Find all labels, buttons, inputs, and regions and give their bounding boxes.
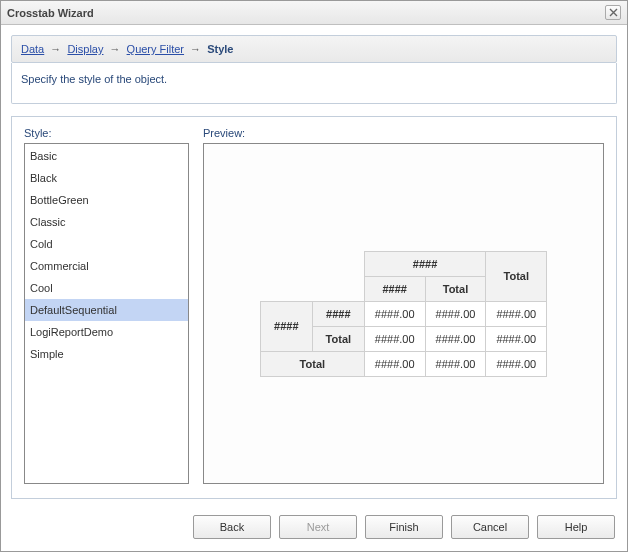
close-icon [609, 8, 618, 17]
style-column: Style: BasicBlackBottleGreenClassicColdC… [24, 127, 189, 484]
preview-crosstab: #### Total #### Total #### #### ####.00 … [260, 251, 547, 377]
style-item-cool[interactable]: Cool [25, 277, 188, 299]
next-button[interactable]: Next [279, 515, 357, 539]
row-grand-total-header: Total [260, 351, 364, 376]
style-item-black[interactable]: Black [25, 167, 188, 189]
col-sub-total-header: Total [425, 276, 486, 301]
instruction-text: Specify the style of the object. [11, 63, 617, 104]
arrow-icon: → [110, 43, 121, 55]
style-item-logireportdemo[interactable]: LogiReportDemo [25, 321, 188, 343]
style-label: Style: [24, 127, 189, 139]
data-cell: ####.00 [486, 351, 547, 376]
style-item-classic[interactable]: Classic [25, 211, 188, 233]
style-item-bottlegreen[interactable]: BottleGreen [25, 189, 188, 211]
breadcrumb: Data → Display → Query Filter → Style [11, 35, 617, 63]
style-item-simple[interactable]: Simple [25, 343, 188, 365]
cancel-button[interactable]: Cancel [451, 515, 529, 539]
breadcrumb-data[interactable]: Data [21, 43, 44, 55]
row-sub-total-header: Total [312, 326, 364, 351]
data-cell: ####.00 [364, 326, 425, 351]
back-button[interactable]: Back [193, 515, 271, 539]
data-cell: ####.00 [486, 301, 547, 326]
style-list[interactable]: BasicBlackBottleGreenClassicColdCommerci… [24, 143, 189, 484]
row-sub-header: #### [312, 301, 364, 326]
button-row: Back Next Finish Cancel Help [1, 505, 627, 551]
breadcrumb-query-filter[interactable]: Query Filter [127, 43, 184, 55]
data-cell: ####.00 [425, 326, 486, 351]
preview-box: #### Total #### Total #### #### ####.00 … [203, 143, 604, 484]
data-cell: ####.00 [486, 326, 547, 351]
data-cell: ####.00 [425, 301, 486, 326]
preview-column: Preview: #### Total #### Total [203, 127, 604, 484]
data-cell: ####.00 [364, 351, 425, 376]
breadcrumb-display[interactable]: Display [67, 43, 103, 55]
data-cell: ####.00 [364, 301, 425, 326]
style-item-basic[interactable]: Basic [25, 145, 188, 167]
arrow-icon: → [190, 43, 201, 55]
content-area: Data → Display → Query Filter → Style Sp… [1, 25, 627, 505]
main-panel: Style: BasicBlackBottleGreenClassicColdC… [11, 116, 617, 499]
style-item-defaultsequential[interactable]: DefaultSequential [25, 299, 188, 321]
col-group-header: #### [364, 251, 486, 276]
data-cell: ####.00 [425, 351, 486, 376]
row-group-header: #### [260, 301, 312, 351]
window-title: Crosstab Wizard [7, 7, 605, 19]
titlebar: Crosstab Wizard [1, 1, 627, 25]
breadcrumb-style: Style [207, 43, 233, 55]
style-item-cold[interactable]: Cold [25, 233, 188, 255]
style-item-commercial[interactable]: Commercial [25, 255, 188, 277]
crosstab-wizard-window: Crosstab Wizard Data → Display → Query F… [0, 0, 628, 552]
finish-button[interactable]: Finish [365, 515, 443, 539]
arrow-icon: → [50, 43, 61, 55]
col-sub-header: #### [364, 276, 425, 301]
preview-label: Preview: [203, 127, 604, 139]
help-button[interactable]: Help [537, 515, 615, 539]
col-grand-total-header: Total [486, 251, 547, 301]
close-button[interactable] [605, 5, 621, 20]
